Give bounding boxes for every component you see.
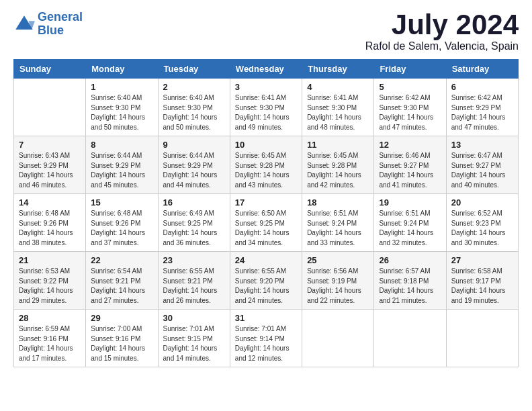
- header-thursday: Thursday: [302, 60, 374, 79]
- header-sunday: Sunday: [14, 60, 86, 79]
- day-cell: 3Sunrise: 6:41 AM Sunset: 9:30 PM Daylig…: [230, 79, 302, 136]
- day-cell: [302, 310, 374, 367]
- day-cell: 1Sunrise: 6:40 AM Sunset: 9:30 PM Daylig…: [86, 79, 158, 136]
- day-number: 20: [451, 197, 513, 208]
- header-saturday: Saturday: [446, 60, 518, 79]
- day-cell: [14, 79, 86, 136]
- day-number: 7: [19, 140, 81, 150]
- header-row: SundayMondayTuesdayWednesdayThursdayFrid…: [14, 60, 519, 79]
- day-cell: 27Sunrise: 6:58 AM Sunset: 9:17 PM Dayli…: [446, 252, 518, 310]
- day-number: 24: [235, 255, 297, 265]
- title-area: July 2024 Rafol de Salem, Valencia, Spai…: [365, 11, 519, 52]
- day-info: Sunrise: 6:42 AM Sunset: 9:30 PM Dayligh…: [379, 93, 441, 132]
- day-number: 23: [163, 255, 225, 265]
- day-cell: 11Sunrise: 6:45 AM Sunset: 9:28 PM Dayli…: [302, 136, 374, 194]
- week-row-4: 28Sunrise: 6:59 AM Sunset: 9:16 PM Dayli…: [14, 310, 519, 367]
- day-cell: 18Sunrise: 6:51 AM Sunset: 9:24 PM Dayli…: [302, 194, 374, 252]
- day-number: 13: [451, 140, 513, 150]
- day-cell: 10Sunrise: 6:45 AM Sunset: 9:28 PM Dayli…: [230, 136, 302, 194]
- logo-line1: General: [38, 10, 83, 24]
- header-tuesday: Tuesday: [158, 60, 230, 79]
- day-cell: [446, 310, 518, 367]
- week-row-3: 21Sunrise: 6:53 AM Sunset: 9:22 PM Dayli…: [14, 252, 519, 310]
- day-number: 26: [379, 255, 441, 265]
- day-info: Sunrise: 6:42 AM Sunset: 9:29 PM Dayligh…: [451, 93, 513, 132]
- calendar-table: SundayMondayTuesdayWednesdayThursdayFrid…: [13, 59, 519, 367]
- day-info: Sunrise: 7:01 AM Sunset: 9:15 PM Dayligh…: [163, 324, 225, 363]
- day-number: 2: [163, 82, 225, 92]
- day-number: 17: [235, 197, 297, 208]
- logo-icon: [13, 13, 35, 35]
- day-info: Sunrise: 7:01 AM Sunset: 9:14 PM Dayligh…: [235, 324, 297, 363]
- day-cell: 17Sunrise: 6:50 AM Sunset: 9:25 PM Dayli…: [230, 194, 302, 252]
- day-info: Sunrise: 6:40 AM Sunset: 9:30 PM Dayligh…: [91, 93, 152, 132]
- week-row-0: 1Sunrise: 6:40 AM Sunset: 9:30 PM Daylig…: [14, 79, 519, 136]
- day-info: Sunrise: 6:52 AM Sunset: 9:23 PM Dayligh…: [451, 209, 513, 248]
- month-title: July 2024: [365, 11, 519, 39]
- day-info: Sunrise: 6:50 AM Sunset: 9:25 PM Dayligh…: [235, 209, 297, 248]
- day-number: 16: [163, 197, 225, 208]
- day-cell: 6Sunrise: 6:42 AM Sunset: 9:29 PM Daylig…: [446, 79, 518, 136]
- location-title: Rafol de Salem, Valencia, Spain: [365, 40, 519, 52]
- day-info: Sunrise: 6:41 AM Sunset: 9:30 PM Dayligh…: [235, 93, 297, 132]
- day-number: 5: [379, 82, 441, 92]
- day-cell: 22Sunrise: 6:54 AM Sunset: 9:21 PM Dayli…: [86, 252, 158, 310]
- day-cell: 4Sunrise: 6:41 AM Sunset: 9:30 PM Daylig…: [302, 79, 374, 136]
- day-info: Sunrise: 7:00 AM Sunset: 9:16 PM Dayligh…: [91, 324, 152, 363]
- logo-line2: Blue: [38, 24, 64, 37]
- day-info: Sunrise: 6:43 AM Sunset: 9:29 PM Dayligh…: [19, 151, 81, 190]
- day-number: 22: [91, 255, 152, 265]
- day-cell: 26Sunrise: 6:57 AM Sunset: 9:18 PM Dayli…: [374, 252, 446, 310]
- day-number: 15: [91, 197, 152, 208]
- day-info: Sunrise: 6:51 AM Sunset: 9:24 PM Dayligh…: [379, 209, 441, 248]
- day-cell: 12Sunrise: 6:46 AM Sunset: 9:27 PM Dayli…: [374, 136, 446, 194]
- day-number: 12: [379, 140, 441, 150]
- day-cell: 15Sunrise: 6:48 AM Sunset: 9:26 PM Dayli…: [86, 194, 158, 252]
- day-info: Sunrise: 6:48 AM Sunset: 9:26 PM Dayligh…: [19, 209, 81, 248]
- day-info: Sunrise: 6:57 AM Sunset: 9:18 PM Dayligh…: [379, 267, 441, 306]
- day-cell: 19Sunrise: 6:51 AM Sunset: 9:24 PM Dayli…: [374, 194, 446, 252]
- day-number: 1: [91, 82, 152, 92]
- day-number: 21: [19, 255, 81, 265]
- day-number: 14: [19, 197, 81, 208]
- day-cell: 7Sunrise: 6:43 AM Sunset: 9:29 PM Daylig…: [14, 136, 86, 194]
- day-cell: 24Sunrise: 6:55 AM Sunset: 9:20 PM Dayli…: [230, 252, 302, 310]
- day-info: Sunrise: 6:48 AM Sunset: 9:26 PM Dayligh…: [91, 209, 152, 248]
- day-cell: 28Sunrise: 6:59 AM Sunset: 9:16 PM Dayli…: [14, 310, 86, 367]
- day-cell: 2Sunrise: 6:40 AM Sunset: 9:30 PM Daylig…: [158, 79, 230, 136]
- logo-text: General Blue: [38, 11, 83, 38]
- day-info: Sunrise: 6:49 AM Sunset: 9:25 PM Dayligh…: [163, 209, 225, 248]
- day-cell: 25Sunrise: 6:56 AM Sunset: 9:19 PM Dayli…: [302, 252, 374, 310]
- day-cell: 30Sunrise: 7:01 AM Sunset: 9:15 PM Dayli…: [158, 310, 230, 367]
- day-cell: 21Sunrise: 6:53 AM Sunset: 9:22 PM Dayli…: [14, 252, 86, 310]
- day-info: Sunrise: 6:58 AM Sunset: 9:17 PM Dayligh…: [451, 267, 513, 306]
- day-cell: 14Sunrise: 6:48 AM Sunset: 9:26 PM Dayli…: [14, 194, 86, 252]
- day-number: 19: [379, 197, 441, 208]
- day-info: Sunrise: 6:51 AM Sunset: 9:24 PM Dayligh…: [307, 209, 369, 248]
- day-info: Sunrise: 6:40 AM Sunset: 9:30 PM Dayligh…: [163, 93, 225, 132]
- day-number: 4: [307, 82, 369, 92]
- week-row-1: 7Sunrise: 6:43 AM Sunset: 9:29 PM Daylig…: [14, 136, 519, 194]
- page-header: General Blue July 2024 Rafol de Salem, V…: [13, 11, 519, 52]
- day-number: 30: [163, 313, 225, 323]
- day-cell: 5Sunrise: 6:42 AM Sunset: 9:30 PM Daylig…: [374, 79, 446, 136]
- day-number: 11: [307, 140, 369, 150]
- day-number: 31: [235, 313, 297, 323]
- header-wednesday: Wednesday: [230, 60, 302, 79]
- logo: General Blue: [13, 11, 83, 38]
- week-row-2: 14Sunrise: 6:48 AM Sunset: 9:26 PM Dayli…: [14, 194, 519, 252]
- day-cell: 13Sunrise: 6:47 AM Sunset: 9:27 PM Dayli…: [446, 136, 518, 194]
- day-number: 3: [235, 82, 297, 92]
- day-number: 6: [451, 82, 513, 92]
- day-cell: [374, 310, 446, 367]
- day-number: 28: [19, 313, 81, 323]
- day-cell: 20Sunrise: 6:52 AM Sunset: 9:23 PM Dayli…: [446, 194, 518, 252]
- day-cell: 8Sunrise: 6:44 AM Sunset: 9:29 PM Daylig…: [86, 136, 158, 194]
- day-info: Sunrise: 6:45 AM Sunset: 9:28 PM Dayligh…: [307, 151, 369, 190]
- day-cell: 29Sunrise: 7:00 AM Sunset: 9:16 PM Dayli…: [86, 310, 158, 367]
- day-number: 25: [307, 255, 369, 265]
- day-info: Sunrise: 6:41 AM Sunset: 9:30 PM Dayligh…: [307, 93, 369, 132]
- day-info: Sunrise: 6:56 AM Sunset: 9:19 PM Dayligh…: [307, 267, 369, 306]
- day-number: 8: [91, 140, 152, 150]
- day-cell: 31Sunrise: 7:01 AM Sunset: 9:14 PM Dayli…: [230, 310, 302, 367]
